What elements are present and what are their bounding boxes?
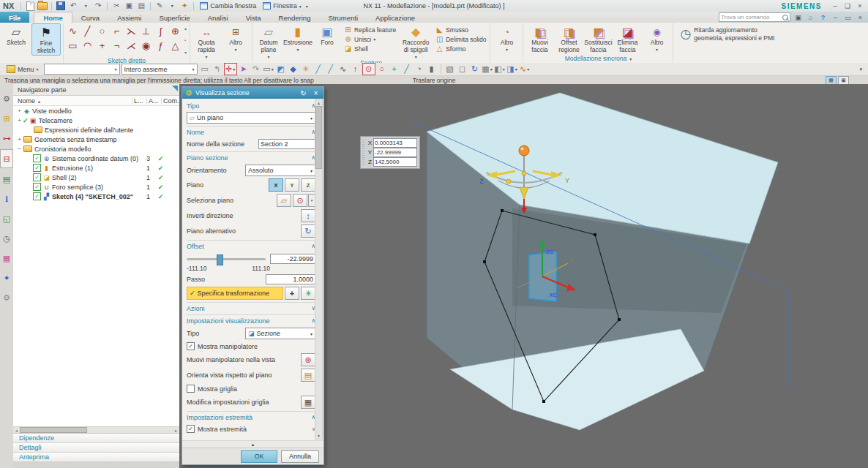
plane-y-button[interactable]: Y [285,178,299,192]
sketch-tool-icon-0[interactable]: ∿ [66,24,80,38]
gear-icon[interactable]: ⚙ [1,90,12,107]
slider-thumb[interactable] [217,254,223,265]
window-view-icon[interactable]: ▣ [838,76,849,85]
palette-icon[interactable]: ▦ [1,249,12,267]
selection-scope-combo[interactable]: Intero assieme ▾ [121,64,198,75]
dialog-launcher-icon[interactable]: ▾ [629,56,632,61]
sketch-tool-icon-12[interactable]: ʃ [154,24,168,38]
sketch-tool-icon-11[interactable]: ◉ [139,39,153,53]
panel-pin-icon[interactable] [172,86,178,91]
sketch-tool-icon-5[interactable]: + [95,39,109,53]
tab-vista[interactable]: Vista [237,12,270,23]
quick-access-overflow-icon[interactable]: ▾ [306,4,308,9]
x-input[interactable]: 0.0003143 [373,138,417,148]
piano-sezione-header[interactable]: Piano sezione∧ [187,153,315,162]
visibility-checkbox[interactable]: ✓ [33,192,41,200]
offset-slider[interactable] [187,258,266,260]
constraint-navigator-icon[interactable]: ⊶ [1,129,12,147]
clip-section-toggle-icon[interactable]: ▦ [826,76,837,85]
toolbar-icon-18[interactable]: ▮ [426,64,438,75]
plane-z-button[interactable]: Z [301,178,315,192]
toolbar-icon-26[interactable]: ∿▾ [519,64,531,75]
csys-transform-button[interactable]: ✳ [301,287,315,300]
cambia-finestra-button[interactable]: Cambia finestra [198,2,258,10]
sketch-button[interactable]: ▱ Sketch [2,23,30,47]
tab-superficie[interactable]: Superficie [150,12,198,23]
close-button[interactable]: × [855,1,865,10]
z-input[interactable]: 142.5000 [373,157,417,167]
dialog-collapse-handle[interactable]: ▲ [182,440,323,448]
cut-icon[interactable]: ✂ [111,1,121,10]
muovi-faccia-button[interactable]: ◧ Muovi faccia [525,23,553,54]
toolbar-icon-8[interactable]: ✳ [300,64,312,75]
mostra-griglia-checkbox[interactable]: Mostra griglia [187,385,315,393]
visibility-checkbox[interactable]: ✓ [33,154,41,162]
finestra-menu-button[interactable]: Finestra ▾ [261,2,304,10]
toolbar-icon-20[interactable]: ▧ [444,64,456,75]
group-scroll-buttons[interactable]: ▴•▾ [184,23,187,57]
footer-tab-dipendenze[interactable]: Dipendenze [13,434,179,443]
toolbar-icon-11[interactable]: ∿ [337,64,349,75]
web-browser-icon[interactable]: ◱ [1,210,12,227]
sketch-tool-icon-8[interactable]: ⋋ [124,24,138,38]
specifica-trasformazione-banner[interactable]: ✓ Specifica trasformazione [187,287,283,300]
toolbar-icon-7[interactable]: ◆ [288,64,299,75]
sketch-tool-icon-4[interactable]: ○ [95,24,109,38]
feature-altro-button[interactable]: ◔ Altro ▾ [493,23,520,52]
toolbar-icon-21[interactable]: ◻ [457,64,468,75]
toolbar-icon-1[interactable]: ↰ [212,64,223,75]
manipulator-origin-ball[interactable] [519,146,529,156]
sincrona-altro-button[interactable]: ◉ Altro ▾ [643,23,670,52]
offset-header[interactable]: Offset∧ [187,241,315,251]
dialog-titlebar[interactable]: ⚙ Visualizza sezione ↻ × [182,87,323,99]
sketch-tool-icon-1[interactable]: ▭ [66,39,80,53]
offset-value-input[interactable]: -22.9999 [270,254,315,264]
delimita-solido-button[interactable]: ◫Delimita solido [434,34,487,44]
column-l[interactable]: L... [132,97,146,105]
doc-minimize-icon[interactable]: – [831,13,840,22]
visibility-checkbox[interactable]: ✓ [33,164,41,172]
sketch-tool-icon-14[interactable]: ⊕ [168,24,182,38]
redo-icon[interactable]: ↷ [93,1,103,10]
save-icon[interactable] [56,1,66,10]
select-plane-button[interactable]: ▱ [277,194,291,207]
pen-dropdown-icon[interactable]: ▾ [167,1,177,10]
open-file-icon[interactable] [37,1,48,10]
toolbar-icon-24[interactable]: ◧▾ [494,64,506,75]
expander-icon[interactable]: + [16,117,23,124]
3d-viewport[interactable]: Z Y ZC Y XC [179,84,868,468]
visibility-checkbox[interactable]: ✓ [33,183,41,191]
tree-row-4[interactable]: −Cronistoria modello [13,144,179,154]
orientamento-dropdown[interactable]: Assoluto▾ [245,165,315,176]
toolbar-icon-10[interactable]: ╱ [325,64,337,75]
quota-rapida-button[interactable]: ↔ Quota rapida ▾ [192,23,220,59]
tree-row-9[interactable]: ✓▞Sketch (4) "SKETCH_002"1✓ [13,192,179,201]
fine-sketch-button[interactable]: ⚑ Fine sketch [31,23,61,56]
footer-tab-dettagli[interactable]: Dettagli [13,443,179,453]
azioni-header[interactable]: Azioni∨ [187,303,315,313]
column-a[interactable]: A... [146,97,161,105]
toolbar-icon-13[interactable]: ⊙ [362,63,375,75]
toolbar-icon-3[interactable]: ➤ [238,64,250,75]
sketch-tool-icon-6[interactable]: ⌐ [110,24,124,38]
footer-tab-anteprima[interactable]: Anteprima [13,453,179,462]
assembly-navigator-icon[interactable]: ⊞ [1,110,12,127]
sketch-tool-icon-2[interactable]: ╱ [81,24,94,38]
toolbar-icon-14[interactable]: ○ [376,64,388,75]
estrusione-button[interactable]: ▮ Estrusione ▾ [284,23,312,52]
tab-rendering[interactable]: Rendering [270,12,320,23]
sketch-altro-button[interactable]: ⊞ Altro ▾ [222,23,250,52]
sostituisci-faccia-button[interactable]: ◩ Sostituisci faccia [584,23,612,54]
y-input[interactable]: -22.99999 [373,148,417,157]
scroll-down-icon[interactable]: ▼ [317,433,321,439]
dialog-scrollbar[interactable]: ▲ ▼ [315,99,323,439]
toolbar-icon-0[interactable]: ▭ [199,64,211,75]
edit-grid-button[interactable]: ▦ [301,396,315,409]
toolbar-icon-4[interactable]: ↷ [250,64,262,75]
scroll-right-icon[interactable]: ▸ [173,428,179,433]
scrollbar-thumb[interactable] [20,427,87,433]
sketch-pen-icon[interactable]: ✎ [154,1,165,10]
impostazioni-estremita-header[interactable]: Impostazioni estremità∧ [187,412,315,422]
selection-filter-combo[interactable]: ▾ [44,64,120,75]
replica-feature-button[interactable]: ⊞Replica feature [343,25,397,34]
